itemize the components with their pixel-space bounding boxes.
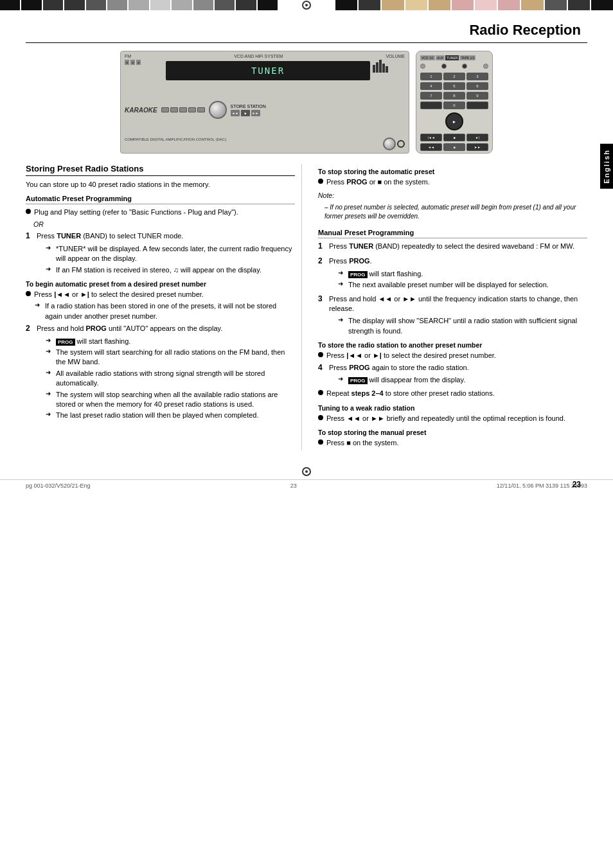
manual-step3-arrow1: ➜ The display will show "SEARCH" until a… [329,316,587,336]
page-title: Radio Reception [26,22,587,43]
step2-arrow3-text: All available radio stations with strong… [56,369,295,389]
stereo-logo: KARAOKE [125,107,157,114]
deco-seg [215,0,235,10]
auto-section-title: Automatic Preset Programming [26,195,295,204]
step1-arrow1-text: *TUNER* will be displayed. A few seconds… [56,244,295,264]
stereo-display: TUNER [166,61,370,80]
deco-seg [405,0,427,10]
step-number: 1 [26,231,33,240]
store-bullet: Press |◄◄ or ►| to select the desired pr… [318,351,587,360]
manual-step-2: 2 Press PROG. ➜ PROG will start flashing… [318,256,587,291]
deco-seg [107,0,127,10]
step2-arrow5-text: The last preset radio station will then … [56,411,295,420]
bottom-compass [302,467,311,476]
section-intro: You can store up to 40 preset radio stat… [26,180,295,190]
deco-seg [193,0,213,10]
preset-num-bullet: Press |◄◄ or ►| to select the desired pr… [26,290,295,299]
step1-arrow2: ➜ If an FM station is received in stereo… [37,265,295,275]
play-controls: ◄◄ ■ ►► [231,110,266,116]
page-footer: pg 001-032/V520/21-Eng 23 12/11/01, 5:06… [0,479,613,489]
deco-seg [545,0,567,10]
note-block: Note: – If no preset number is selected,… [318,191,587,221]
right-column: To stop storing the automatic preset Pre… [315,164,587,450]
manual-step-4: 4 Press PROG again to store the radio st… [318,363,587,387]
stop-manual-title: To stop storing the manual preset [318,429,587,436]
stop-auto-title: To stop storing the automatic preset [318,168,587,175]
stereo-top-labels: FM VCD AND HiFi SYSTEM VOLUME [125,54,405,58]
left-column: Storing Preset Radio Stations You can st… [26,164,302,450]
deco-seg [498,0,520,10]
repeat-bullet: Repeat steps 2–4 to store other preset r… [318,389,587,398]
auto-bullet-1: Plug and Play setting (refer to "Basic F… [26,208,295,217]
or-text: OR [26,220,295,229]
deco-seg [43,0,63,10]
step2-arrow4: ➜ The system will stop searching when al… [37,390,295,410]
deco-seg [429,0,450,10]
deco-seg [452,0,474,10]
step-number: 1 [318,242,326,251]
remote-play-button: ► [445,112,463,130]
deco-bar-right [316,0,613,10]
manual-step2-arrow2: ➜ The next available preset number will … [329,280,587,290]
left-section-title: Storing Preset Radio Stations [26,164,295,176]
top-decorative-bar [0,0,613,10]
deco-bar-left [0,0,297,10]
manual-step2-arrow1: ➜ PROG will start flashing. [329,269,587,279]
deco-seg [64,0,84,10]
manual-step4-arrow1: ➜ PROG will disappear from the display. [329,375,587,385]
deco-seg [21,0,41,10]
begin-auto-preset-title: To begin automatic preset from a desired… [26,280,295,288]
deco-seg [359,0,380,10]
step2-arrow5: ➜ The last preset radio station will the… [37,411,295,420]
page-number: 23 [573,480,581,489]
deco-seg [172,0,191,10]
preset-arrow1-text: If a radio station has been stored in on… [45,301,295,321]
manual-step4-arrow1-text: PROG will disappear from the display. [348,375,587,385]
note-label: Note: [318,191,587,200]
step2-arrow2-text: The system will start searching for all … [56,348,295,368]
manual-step-3: 3 Press and hold ◄◄ or ►► until the freq… [318,294,587,338]
deco-seg [568,0,590,10]
deco-seg [86,0,106,10]
store-radio-title: To store the radio station to another pr… [318,341,587,349]
step2-arrow2: ➜ The system will start searching for al… [37,348,295,368]
deco-seg [521,0,543,10]
stop-manual-bullet: Press ■ on the system. [318,438,587,448]
auto-step-1: 1 Press TUNER (BAND) to select TUNER mod… [26,231,295,276]
weak-radio-title: Tuning to a weak radio station [318,404,587,412]
preset-arrow1: ➜ If a radio station has been stored in … [26,301,295,321]
deco-seg [236,0,256,10]
step1-arrow1: ➜ *TUNER* will be displayed. A few secon… [37,244,295,264]
language-tab: English [600,144,613,189]
step-number: 2 [26,324,33,333]
deco-seg [475,0,497,10]
deco-seg [591,0,613,10]
deco-seg [0,0,20,10]
weak-radio-text: Press ◄◄ or ►► briefly and repeatedly un… [326,414,587,423]
deco-seg [129,0,148,10]
manual-step2-arrow2-text: The next available preset number will be… [348,280,587,290]
manual-section-title: Manual Preset Programming [318,229,587,238]
step-number: 3 [318,294,326,303]
deco-seg [258,0,278,10]
stop-auto-bullet: Press PROG or ■ on the system. [318,177,587,187]
footer-center-page: 23 [290,483,297,489]
note-text: – If no preset number is selected, autom… [318,203,587,221]
auto-bullet-1-text: Plug and Play setting (refer to "Basic F… [34,208,295,217]
step2-arrow3: ➜ All available radio stations with stro… [37,369,295,389]
step-number: 2 [318,256,326,265]
step-number: 4 [318,363,326,372]
compass-decoration [302,1,311,10]
deco-seg [382,0,404,10]
vu-meter [373,60,405,73]
manual-step3-arrow1-text: The display will show "SEARCH" until a r… [348,316,587,336]
weak-radio-bullet: Press ◄◄ or ►► briefly and repeatedly un… [318,414,587,423]
deco-seg [335,0,357,10]
remote-control-image: VCD 1/2 AUX TUNER TAPE 1/2 1 2 3 4 5 [416,51,493,154]
auto-step-2: 2 Press and hold PROG until "AUTO" appea… [26,324,295,422]
device-image-area: FM VCD AND HiFi SYSTEM VOLUME ■ ■ ■ TUNE… [26,51,587,154]
stereo-device-image: FM VCD AND HiFi SYSTEM VOLUME ■ ■ ■ TUNE… [120,51,409,154]
stereo-display-text: TUNER [251,66,285,76]
step2-arrow4-text: The system will stop searching when all … [56,390,295,410]
step2-arrow1: ➜ PROG will start flashing. [37,337,295,346]
